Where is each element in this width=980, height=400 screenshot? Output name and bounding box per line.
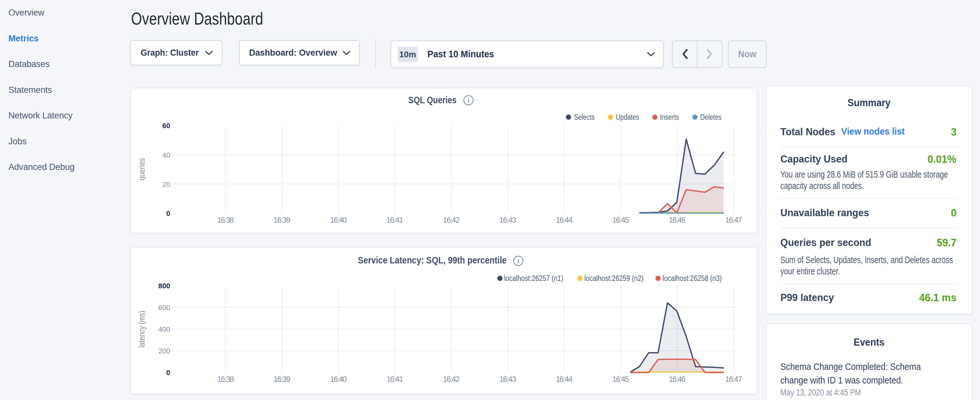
svg-text:16:47: 16:47 xyxy=(725,215,742,224)
svg-text:16:41: 16:41 xyxy=(387,375,404,384)
svg-text:60: 60 xyxy=(162,122,170,130)
svg-text:16:43: 16:43 xyxy=(500,375,516,384)
svg-text:16:40: 16:40 xyxy=(330,215,347,224)
svg-text:16:46: 16:46 xyxy=(669,375,686,384)
svg-text:600: 600 xyxy=(158,304,170,312)
svg-text:200: 200 xyxy=(158,347,170,355)
svg-text:16:38: 16:38 xyxy=(217,375,234,384)
svg-text:800: 800 xyxy=(158,282,170,290)
svg-text:16:44: 16:44 xyxy=(556,375,573,384)
svg-text:400: 400 xyxy=(158,325,170,333)
svg-text:0: 0 xyxy=(166,369,170,377)
svg-text:40: 40 xyxy=(162,151,170,159)
svg-text:16:38: 16:38 xyxy=(217,215,234,224)
svg-text:queries: queries xyxy=(137,158,146,180)
svg-text:20: 20 xyxy=(162,180,170,188)
svg-text:16:46: 16:46 xyxy=(669,215,686,224)
svg-text:16:42: 16:42 xyxy=(443,215,460,224)
svg-text:16:39: 16:39 xyxy=(274,215,291,224)
svg-text:16:43: 16:43 xyxy=(500,215,516,224)
svg-text:16:44: 16:44 xyxy=(556,215,573,224)
svg-text:16:40: 16:40 xyxy=(330,375,347,384)
svg-text:latency (ms): latency (ms) xyxy=(137,311,146,347)
svg-text:16:45: 16:45 xyxy=(612,375,629,384)
svg-text:16:47: 16:47 xyxy=(725,375,742,384)
svg-text:16:42: 16:42 xyxy=(443,375,460,384)
svg-text:16:41: 16:41 xyxy=(387,215,404,224)
svg-text:16:39: 16:39 xyxy=(274,375,291,384)
svg-text:0: 0 xyxy=(166,209,170,217)
svg-text:16:45: 16:45 xyxy=(612,215,629,224)
